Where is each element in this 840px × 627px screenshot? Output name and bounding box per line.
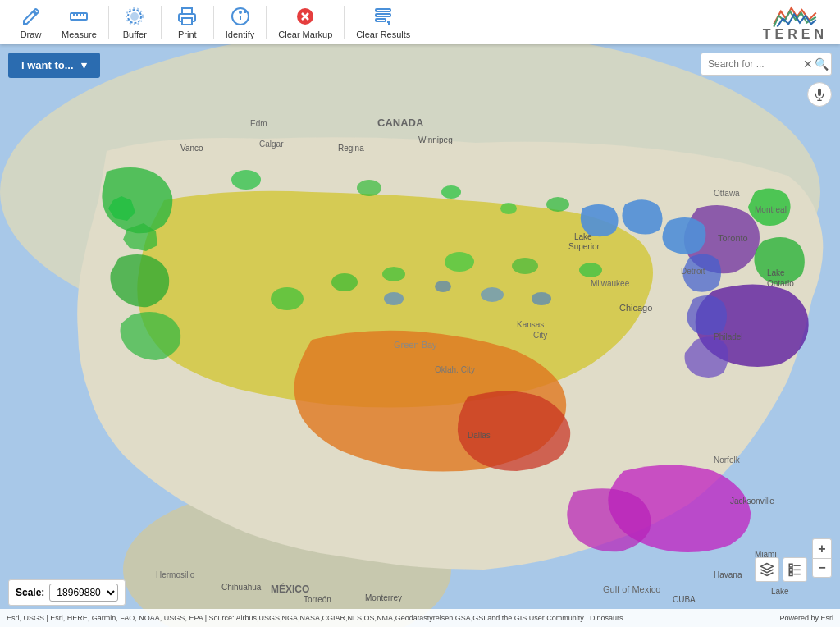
identify-icon <box>229 5 252 28</box>
toolbar-divider5 <box>344 6 345 39</box>
clear-markup-icon <box>294 5 317 28</box>
svg-text:CUBA: CUBA <box>673 595 696 604</box>
clear-search-icon[interactable]: ✕ <box>803 57 813 71</box>
svg-point-5 <box>131 13 138 20</box>
svg-text:Dallas: Dallas <box>468 431 491 440</box>
svg-text:MÉXICO: MÉXICO <box>271 583 309 595</box>
svg-rect-20 <box>376 19 386 21</box>
scale-select[interactable]: 18969880 9484940 4742470 2371235 <box>49 584 118 602</box>
buffer-icon <box>123 5 146 28</box>
search-icons: ✕ 🔍 <box>803 57 829 71</box>
svg-text:Lake: Lake <box>767 268 785 277</box>
svg-text:Kansas: Kansas <box>517 320 544 329</box>
toolbar-divider2 <box>161 6 162 39</box>
svg-text:Chihuahua: Chihuahua <box>221 583 262 592</box>
legend-button[interactable] <box>783 557 807 582</box>
logo-graphic <box>770 4 819 27</box>
svg-rect-78 <box>789 573 792 576</box>
svg-point-36 <box>579 263 602 277</box>
svg-point-30 <box>546 197 569 212</box>
scale-container: Scale: 18969880 9484940 4742470 2371235 <box>8 579 126 606</box>
toolbar: Draw Measure Buffer <box>0 0 840 44</box>
powered-by-text: Powered by Esri <box>779 614 833 622</box>
svg-point-26 <box>231 170 261 190</box>
svg-text:Lake: Lake <box>771 587 789 596</box>
layers-button[interactable] <box>755 557 779 582</box>
svg-text:City: City <box>533 331 547 340</box>
mic-button[interactable] <box>807 82 832 107</box>
svg-text:Lake: Lake <box>574 232 592 241</box>
draw-icon <box>20 5 43 28</box>
toolbar-divider <box>108 6 109 39</box>
svg-point-34 <box>445 252 474 272</box>
svg-point-12 <box>240 11 241 13</box>
identify-button[interactable]: Identify <box>217 2 262 43</box>
legend-icon <box>788 562 802 577</box>
svg-rect-77 <box>789 569 792 572</box>
svg-point-40 <box>532 292 551 305</box>
zoom-controls: + − <box>812 538 832 578</box>
scale-label: Scale: <box>16 587 44 598</box>
svg-text:Montreal: Montreal <box>755 205 787 214</box>
measure-button[interactable]: Measure <box>53 2 105 43</box>
print-icon <box>176 5 199 28</box>
svg-text:Philadel: Philadel <box>714 332 743 341</box>
clear-results-button[interactable]: Clear Results <box>348 2 418 43</box>
map-container[interactable]: CANADA Green Bay Milwaukee Chicago Detro… <box>0 44 840 627</box>
clear-results-icon <box>372 5 395 28</box>
dropdown-arrow: ▾ <box>81 59 87 71</box>
svg-point-29 <box>500 203 517 214</box>
svg-text:Havana: Havana <box>714 570 742 579</box>
svg-point-38 <box>435 281 451 292</box>
svg-text:Superior: Superior <box>568 242 600 251</box>
svg-point-31 <box>271 287 304 310</box>
svg-text:Milwaukee: Milwaukee <box>591 279 630 288</box>
svg-text:Ottawa: Ottawa <box>714 189 740 198</box>
zoom-out-button[interactable]: − <box>812 558 832 578</box>
mic-icon <box>813 88 826 101</box>
svg-rect-8 <box>182 18 192 25</box>
svg-point-33 <box>382 267 405 281</box>
svg-text:Oklah. City: Oklah. City <box>435 365 475 374</box>
draw-button[interactable]: Draw <box>8 2 53 43</box>
svg-text:Regina: Regina <box>338 144 364 153</box>
toolbar-divider3 <box>213 6 214 39</box>
i-want-to-button[interactable]: I want to... ▾ <box>8 53 100 78</box>
svg-text:Calgar: Calgar <box>259 140 284 149</box>
svg-text:Chicago: Chicago <box>619 303 652 313</box>
measure-icon <box>67 5 90 28</box>
attribution-bar: Esri, USGS | Esri, HERE, Garmin, FAO, NO… <box>0 609 840 627</box>
svg-text:Torreón: Torreón <box>304 595 331 604</box>
svg-rect-76 <box>789 564 792 567</box>
logo-text: TEREN <box>763 27 828 42</box>
svg-text:Edm: Edm <box>250 119 267 128</box>
svg-point-37 <box>384 292 404 305</box>
search-container: ✕ 🔍 <box>701 53 832 76</box>
layers-icon <box>760 562 774 577</box>
svg-text:Hermosillo: Hermosillo <box>156 570 195 579</box>
svg-point-28 <box>441 185 461 199</box>
teren-logo: TEREN <box>763 4 828 42</box>
buffer-button[interactable]: Buffer <box>112 2 158 43</box>
svg-point-32 <box>331 273 358 291</box>
svg-text:Vanco: Vanco <box>180 144 203 153</box>
clear-markup-button[interactable]: Clear Markup <box>270 2 340 43</box>
svg-marker-75 <box>761 564 774 570</box>
svg-point-39 <box>481 287 504 302</box>
print-button[interactable]: Print <box>165 2 210 43</box>
svg-text:Ontario: Ontario <box>767 279 794 288</box>
svg-text:Detroit: Detroit <box>681 267 705 276</box>
search-icon[interactable]: 🔍 <box>815 57 829 71</box>
zoom-in-button[interactable]: + <box>812 538 832 558</box>
svg-rect-18 <box>376 9 390 11</box>
svg-text:Gulf of Mexico: Gulf of Mexico <box>603 584 660 594</box>
svg-point-35 <box>512 258 538 274</box>
svg-text:Winnipeg: Winnipeg <box>418 135 453 144</box>
svg-text:CANADA: CANADA <box>377 117 424 129</box>
attribution-text: Esri, USGS | Esri, HERE, Garmin, FAO, NO… <box>7 614 623 622</box>
svg-text:Toronto: Toronto <box>718 233 748 243</box>
svg-text:Norfolk: Norfolk <box>714 455 741 465</box>
svg-text:Monterrey: Monterrey <box>365 593 402 602</box>
svg-rect-19 <box>376 14 390 16</box>
toolbar-divider4 <box>266 6 267 39</box>
